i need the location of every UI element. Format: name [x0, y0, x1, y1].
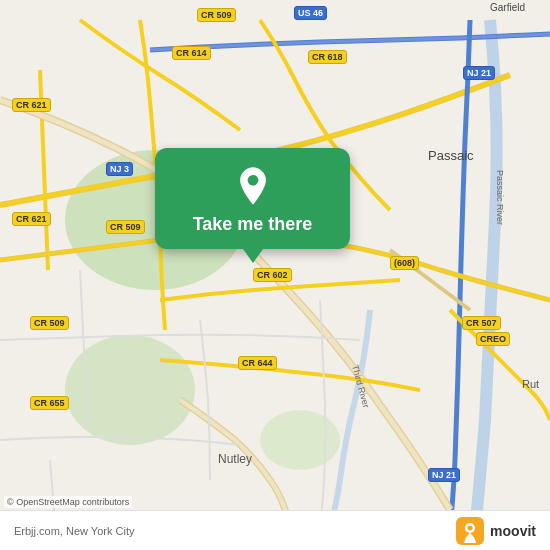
bottom-site-info: Erbjj.com, New York City	[14, 525, 134, 537]
city-name: New York City	[66, 525, 134, 537]
map-container: CR 509 US 46 CR 614 CR 618 NJ 21 CR 621 …	[0, 0, 550, 550]
label-nutley: Nutley	[218, 452, 252, 466]
label-passaic-river: Passaic River	[495, 170, 505, 225]
moovit-icon	[456, 517, 484, 545]
badge-us46: US 46	[294, 6, 327, 20]
badge-creo: CREO	[476, 332, 510, 346]
badge-nj21-top: NJ 21	[463, 66, 495, 80]
badge-nj3: NJ 3	[106, 162, 133, 176]
badge-cr655: CR 655	[30, 396, 69, 410]
badge-cr509-mid: CR 509	[106, 220, 145, 234]
popup-label: Take me there	[193, 214, 313, 235]
badge-cr621-mid: CR 621	[12, 212, 51, 226]
badge-cr621-top: CR 621	[12, 98, 51, 112]
badge-cr509-top: CR 509	[197, 8, 236, 22]
badge-cr602: CR 602	[253, 268, 292, 282]
site-name: Erbjj.com,	[14, 525, 63, 537]
svg-point-3	[247, 175, 258, 186]
label-rut: Rut	[522, 378, 539, 390]
label-passaic: Passaic	[428, 148, 474, 163]
bottom-bar: Erbjj.com, New York City moovit	[0, 510, 550, 550]
badge-nj21-bot: NJ 21	[428, 468, 460, 482]
badge-cr618: CR 618	[308, 50, 347, 64]
badge-cr507: CR 507	[462, 316, 501, 330]
svg-point-2	[260, 410, 340, 470]
map-popup[interactable]: Take me there	[155, 148, 350, 249]
moovit-text: moovit	[490, 523, 536, 539]
osm-attribution: © OpenStreetMap contributors	[4, 496, 132, 508]
label-garfield: Garfield	[490, 2, 525, 13]
moovit-branding: moovit	[456, 517, 536, 545]
badge-cr614: CR 614	[172, 46, 211, 60]
badge-cr644: CR 644	[238, 356, 277, 370]
location-pin-icon	[233, 166, 273, 206]
svg-point-6	[468, 525, 473, 530]
badge-608: (608)	[390, 256, 419, 270]
badge-cr509-low: CR 509	[30, 316, 69, 330]
